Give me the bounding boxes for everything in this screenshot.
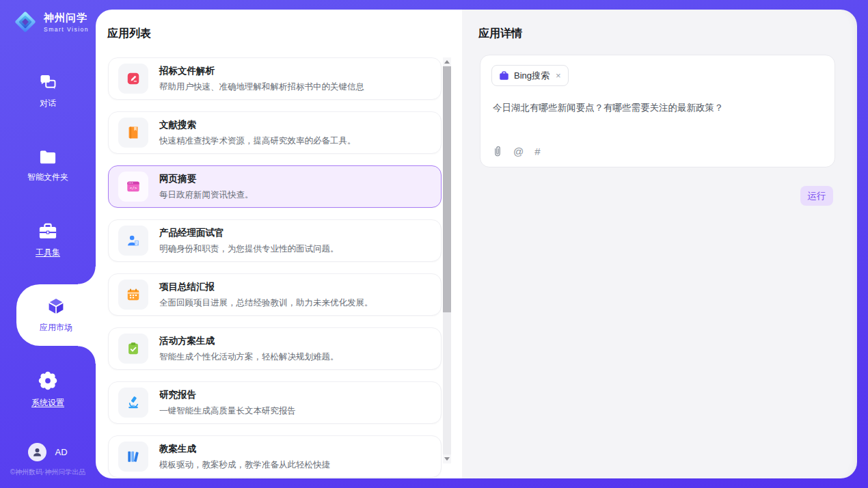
app-card-bid-parsing[interactable]: 招标文件解析 帮助用户快速、准确地理解和解析招标书中的关键信息	[108, 57, 442, 100]
sidebar-item-chat[interactable]: 对话	[0, 74, 96, 109]
app-name: 活动方案生成	[159, 335, 339, 347]
sidebar: 神州问学 Smart Vision 对话 智能文件夹	[0, 0, 96, 488]
prompt-input[interactable]: 今日湖北有哪些新闻要点？有哪些需要关注的最新政策？	[493, 102, 822, 115]
run-button[interactable]: 运行	[800, 186, 833, 206]
brand-name: 神州问学	[44, 12, 89, 25]
app-icon-tile	[118, 280, 148, 310]
app-icon-tile: </>	[118, 172, 148, 202]
app-name: 研究报告	[159, 389, 296, 401]
hashtag-icon[interactable]: #	[534, 146, 540, 157]
app-card-event-plan[interactable]: 活动方案生成 智能生成个性化活动方案，轻松解决规划难题。	[108, 327, 442, 370]
cube-icon	[46, 297, 66, 317]
prompt-toolbar: @ #	[493, 146, 541, 157]
sidebar-item-smart-folder[interactable]: 智能文件夹	[0, 149, 96, 183]
app-card-web-summary[interactable]: </> 网页摘要 每日政府新闻资讯快查。	[108, 165, 442, 208]
microscope-icon	[126, 395, 141, 410]
app-detail-title: 应用详情	[478, 27, 522, 41]
paperclip-icon[interactable]	[493, 146, 502, 157]
brand-logo: 神州问学 Smart Vision	[12, 9, 89, 35]
sidebar-item-settings[interactable]: 系统设置	[0, 370, 96, 409]
calendar-icon	[126, 287, 141, 302]
app-name: 产品经理面试官	[159, 227, 339, 239]
clipboard-check-icon	[126, 341, 141, 356]
scroll-up-arrow-icon[interactable]	[443, 57, 451, 66]
app-icon-tile	[118, 442, 148, 472]
app-desc: 模板驱动，教案秒成，教学准备从此轻松快捷	[159, 459, 330, 471]
sidebar-item-label: 智能文件夹	[27, 172, 68, 183]
sidebar-item-label: 工具集	[36, 247, 60, 258]
bubble-fillet-top	[78, 267, 96, 284]
sidebar-item-label: 应用市场	[40, 322, 72, 334]
bubble-fillet-bottom	[78, 346, 96, 364]
gear-icon	[38, 370, 58, 391]
app-name: 网页摘要	[159, 173, 254, 185]
app-list-panel: 应用列表 招标文件解析 帮助用户快速、准确地理解和解析招标书中的关键信息 文献搜…	[96, 10, 462, 478]
app-desc: 全面回顾项目进展，总结经验教训，助力未来优化发展。	[159, 297, 373, 309]
copyright-footer: ©神州数码·神州问学出品	[0, 467, 96, 477]
folder-icon	[38, 149, 57, 165]
app-detail-panel: 应用详情 Bing搜索 × 今日湖北有哪些新闻要点？有哪些需要关注的最新政策？ …	[462, 10, 857, 478]
app-icon-tile	[118, 388, 148, 418]
svg-text:</>: </>	[130, 185, 137, 190]
scrollbar-thumb[interactable]	[443, 66, 451, 312]
prompt-card[interactable]: Bing搜索 × 今日湖北有哪些新闻要点？有哪些需要关注的最新政策？ @ #	[480, 55, 835, 167]
app-desc: 明确身份和职责，为您提供专业性的面试问题。	[159, 243, 339, 255]
app-card-research-report[interactable]: 研究报告 一键智能生成高质量长文本研究报告	[108, 381, 442, 424]
user-initials: AD	[55, 447, 67, 457]
app-name: 文献搜索	[159, 119, 356, 131]
brand-diamond-icon	[12, 9, 38, 35]
avatar	[28, 443, 46, 461]
app-list-scrollbar[interactable]	[443, 57, 451, 473]
tag-close-icon[interactable]: ×	[556, 70, 561, 81]
app-icon-tile	[118, 226, 148, 256]
app-icon-tile	[118, 118, 148, 148]
sidebar-item-app-market[interactable]: 应用市场	[16, 284, 96, 346]
app-name: 招标文件解析	[159, 65, 364, 77]
sidebar-item-toolset[interactable]: 工具集	[0, 223, 96, 258]
book-icon	[126, 125, 141, 140]
app-desc: 一键智能生成高质量长文本研究报告	[159, 405, 296, 417]
tool-tag-bing-search[interactable]: Bing搜索 ×	[491, 65, 569, 86]
app-name: 教案生成	[159, 443, 330, 455]
briefcase-icon	[499, 71, 509, 81]
app-desc: 每日政府新闻资讯快查。	[159, 189, 254, 201]
pen-square-icon	[126, 71, 141, 86]
toolbox-icon	[38, 223, 58, 241]
app-list-title: 应用列表	[107, 27, 151, 41]
app-card-project-summary[interactable]: 项目总结汇报 全面回顾项目进展，总结经验教训，助力未来优化发展。	[108, 273, 442, 316]
app-card-lesson-plan[interactable]: 教案生成 模板驱动，教案秒成，教学准备从此轻松快捷	[108, 435, 442, 478]
sidebar-item-label: 系统设置	[31, 397, 64, 409]
chat-icon	[38, 74, 57, 92]
user-account[interactable]: AD	[0, 443, 96, 461]
tool-tag-label: Bing搜索	[514, 70, 550, 82]
app-desc: 帮助用户快速、准确地理解和解析招标书中的关键信息	[159, 81, 364, 93]
app-card-literature-search[interactable]: 文献搜索 快速精准查找学术资源，提高研究效率的必备工具。	[108, 111, 442, 154]
app-desc: 智能生成个性化活动方案，轻松解决规划难题。	[159, 351, 339, 363]
browser-code-icon: </>	[126, 179, 141, 194]
app-icon-tile	[118, 334, 148, 364]
app-card-pm-interviewer[interactable]: 产品经理面试官 明确身份和职责，为您提供专业性的面试问题。	[108, 219, 442, 262]
interviewer-icon	[126, 233, 141, 248]
app-name: 项目总结汇报	[159, 281, 373, 293]
sidebar-item-label: 对话	[40, 98, 56, 109]
mention-icon[interactable]: @	[513, 146, 524, 157]
books-icon	[126, 449, 141, 464]
app-icon-tile	[118, 64, 148, 94]
app-desc: 快速精准查找学术资源，提高研究效率的必备工具。	[159, 135, 356, 147]
scroll-down-arrow-icon[interactable]	[443, 455, 451, 463]
brand-subtitle: Smart Vision	[44, 26, 89, 33]
